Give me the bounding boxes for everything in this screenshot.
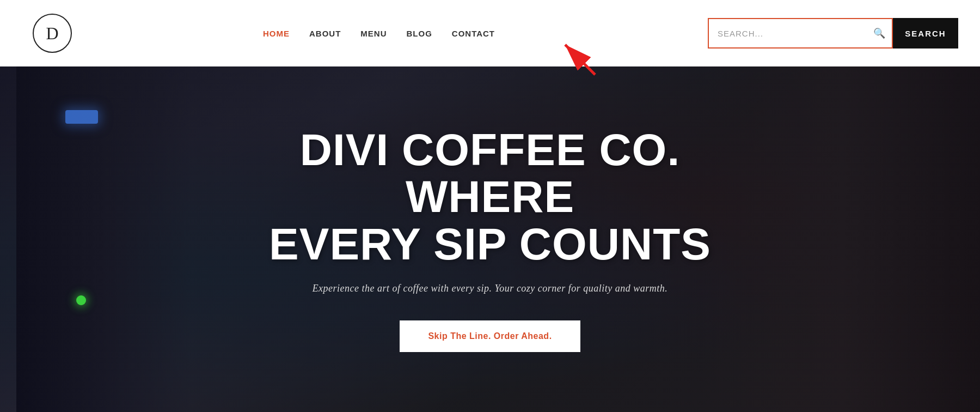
hero-section: DIVI COFFEE CO. WHERE EVERY SIP COUNTS E…: [0, 66, 980, 412]
nav-item-home[interactable]: HOME: [263, 29, 290, 38]
blue-light-decoration: [65, 110, 98, 124]
search-input[interactable]: [708, 18, 893, 49]
hero-title: DIVI COFFEE CO. WHERE EVERY SIP COUNTS: [245, 126, 735, 267]
site-header: D HOME ABOUT MENU BLOG CONTACT 🔍 SEARCH: [0, 0, 980, 66]
search-icon[interactable]: 🔍: [873, 27, 885, 39]
main-nav: HOME ABOUT MENU BLOG CONTACT: [263, 29, 495, 38]
logo-area[interactable]: D: [33, 14, 72, 53]
green-light-decoration: [76, 295, 86, 305]
hero-subtitle: Experience the art of coffee with every …: [245, 283, 735, 294]
nav-item-blog[interactable]: BLOG: [406, 29, 432, 38]
search-button[interactable]: SEARCH: [893, 18, 958, 49]
search-input-wrapper: 🔍: [708, 18, 893, 49]
logo-letter: D: [46, 23, 58, 44]
nav-item-contact[interactable]: CONTACT: [452, 29, 495, 38]
logo[interactable]: D: [33, 14, 72, 53]
nav-item-about[interactable]: ABOUT: [309, 29, 341, 38]
nav-item-menu[interactable]: MENU: [360, 29, 387, 38]
hero-title-line1: DIVI COFFEE CO. WHERE: [300, 125, 680, 221]
search-area: 🔍 SEARCH: [708, 18, 958, 49]
hero-cta-button[interactable]: Skip The Line. Order Ahead.: [400, 320, 580, 352]
hero-title-line2: EVERY SIP COUNTS: [269, 219, 711, 269]
hero-content: DIVI COFFEE CO. WHERE EVERY SIP COUNTS E…: [245, 126, 735, 352]
